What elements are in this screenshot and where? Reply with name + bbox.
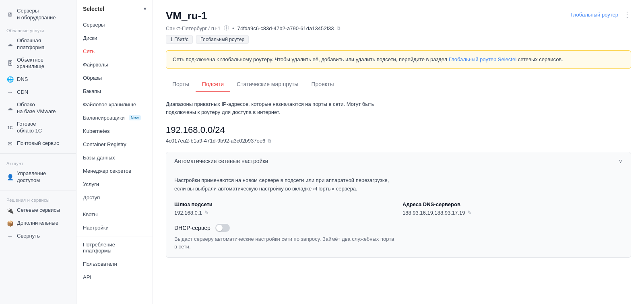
section-account-label: Аккаунт	[0, 157, 76, 168]
warning-text-after: сетевых сервисов.	[518, 56, 563, 62]
auto-settings-title: Автоматические сетевые настройки	[174, 158, 268, 164]
user-icon: 👤	[6, 174, 14, 181]
sidebar-mid-item-users[interactable]: Пользователи	[76, 257, 153, 271]
sidebar-item-label: Управлениедоступом	[17, 170, 46, 184]
sidebar-left-item-cloud[interactable]: ☁ Облачнаяплатформа	[0, 35, 76, 54]
auto-settings-header[interactable]: Автоматические сетевые настройки ∨	[166, 152, 631, 170]
sidebar-mid-item-label: Потреблениеплатформы	[83, 242, 115, 254]
sidebar-mid-item-secrets[interactable]: Менеджер секретов	[76, 164, 153, 178]
sidebar-mid-item-label: Пользователи	[83, 261, 117, 267]
sidebar-mid-item-label: Диски	[83, 35, 97, 41]
sidebar-mid-item-container-registry[interactable]: Container Registry	[76, 138, 153, 151]
sidebar-item-label: DNS	[17, 76, 28, 83]
sidebar-mid-item-servers[interactable]: Серверы	[76, 18, 153, 31]
sidebar-mid-item-backups[interactable]: Бэкапы	[76, 85, 153, 98]
sidebar-mid-item-label: Квоты	[83, 211, 98, 217]
sidebar-mid: Selectel ▾ Серверы Диски Сеть Файрволы О…	[76, 0, 153, 304]
more-menu-button[interactable]: ⋮	[623, 10, 631, 19]
sidebar-left-item-1c[interactable]: 1С Готовоеоблако 1С	[0, 118, 76, 137]
settings-grid: Шлюз подсети 192.168.0.1 ✎ Адреса DNS-се…	[174, 201, 623, 216]
main-content: VM_ru-1 Глобальный роутер ⋮ Санкт-Петерб…	[153, 0, 644, 304]
gateway-value: 192.168.0.1	[174, 210, 202, 216]
tab-subnets[interactable]: Подсети	[196, 77, 230, 92]
sidebar-mid-item-label: Менеджер секретов	[83, 168, 131, 174]
sidebar-left-item-servers[interactable]: 🖥 Серверыи оборудование	[0, 5, 76, 24]
edit-dns-icon[interactable]: ✎	[467, 210, 471, 215]
tab-ports[interactable]: Порты	[166, 77, 196, 92]
meta-row: Санкт-Петербург / ru-1 ⓘ • 74fda9c6-c83d…	[166, 25, 631, 32]
sidebar-item-label: CDN	[17, 89, 28, 96]
subnet-ip: 192.168.0.0/24	[166, 125, 631, 135]
sidebar-left: 🖥 Серверыи оборудование Облачные услуги …	[0, 0, 76, 304]
sidebar-mid-header[interactable]: Selectel ▾	[76, 0, 153, 18]
vm-uuid: 74fda9c6-c83d-47b2-a790-61da13452f33	[237, 25, 334, 31]
sidebar-left-item-dns[interactable]: 🌐 DNS	[0, 73, 76, 86]
sidebar-mid-item-images[interactable]: Образы	[76, 71, 153, 85]
tag-global-router: Глобальный роутер	[196, 35, 249, 44]
sidebar-mid-item-api[interactable]: API	[76, 271, 153, 284]
sidebar-mid-item-services[interactable]: Услуги	[76, 178, 153, 191]
sidebar-mid-item-disks[interactable]: Диски	[76, 31, 153, 45]
sidebar-left-item-object-storage[interactable]: 🗄 Объектноехранилище	[0, 54, 76, 73]
copy-uuid-icon[interactable]: ⧉	[337, 25, 341, 31]
global-router-link[interactable]: Глобальный роутер	[571, 12, 619, 18]
sidebar-mid-item-access[interactable]: Доступ	[76, 191, 153, 204]
sidebar-left-item-access[interactable]: 👤 Управлениедоступом	[0, 168, 76, 187]
sidebar-mid-item-consumption[interactable]: Потреблениеплатформы	[76, 238, 153, 257]
sidebar-mid-item-label: Образы	[83, 75, 102, 81]
section-solutions-label: Решения и сервисы	[0, 194, 76, 204]
sidebar-item-label: Готовоеоблако 1С	[17, 121, 42, 134]
sidebar-mid-item-databases[interactable]: Базы данных	[76, 151, 153, 164]
cloud-icon: ☁	[6, 41, 14, 48]
storage-icon: 🗄	[6, 60, 14, 67]
sidebar-left-item-cdn[interactable]: ↔ CDN	[0, 86, 76, 99]
subnet-block: 192.168.0.0/24 4c017ea2-b1a9-471d-9b92-a…	[166, 125, 631, 144]
subnet-description: Диапазоны приватных IP-адресов, которые …	[166, 100, 631, 117]
sidebar-item-label: Свернуть	[17, 233, 40, 240]
sidebar-mid-item-label: Базы данных	[83, 155, 115, 161]
dhcp-row: DHCP-сервер	[174, 224, 623, 232]
gateway-value-row: 192.168.0.1 ✎	[174, 210, 394, 216]
sidebar-left-item-additional[interactable]: 📦 Дополнительные	[0, 217, 76, 230]
sidebar-mid-item-firewalls[interactable]: Файрволы	[76, 58, 153, 71]
dhcp-toggle[interactable]	[215, 224, 230, 232]
header-actions: Глобальный роутер ⋮	[571, 10, 632, 19]
network-icon: 🔌	[6, 207, 14, 214]
sidebar-mid-item-settings[interactable]: Настройки	[76, 221, 153, 234]
sidebar-item-label: Дополнительные	[17, 220, 58, 227]
tab-projects[interactable]: Проекты	[305, 77, 340, 92]
sidebar-item-label: Серверыи оборудование	[17, 8, 56, 21]
dhcp-label: DHCP-сервер	[174, 225, 211, 231]
sidebar-item-label: Облакона базе VMware	[17, 101, 56, 115]
warning-text: Сеть подключена к глобальному роутеру. Ч…	[173, 56, 447, 62]
auto-settings-body: Настройки применяются на новом сервере в…	[166, 170, 631, 257]
sidebar-mid-item-file-storage[interactable]: Файловое хранилище	[76, 98, 153, 111]
sidebar-mid-item-balancers[interactable]: Балансировщики New	[76, 111, 153, 124]
sidebar-left-item-collapse[interactable]: ← Свернуть	[0, 230, 76, 243]
sidebar-mid-item-label: Настройки	[83, 225, 109, 231]
sidebar-left-item-mail[interactable]: ✉ Почтовый сервис	[0, 137, 76, 150]
sidebar-mid-item-network[interactable]: Сеть	[76, 45, 153, 58]
sidebar-mid-item-label: Серверы	[83, 22, 105, 28]
sidebar-left-item-network-services[interactable]: 🔌 Сетевые сервисы	[0, 204, 76, 217]
chevron-down-icon: ▾	[144, 6, 146, 12]
main-header: VM_ru-1 Глобальный роутер ⋮	[166, 10, 631, 22]
sidebar-left-item-vmware[interactable]: ☁ Облакона базе VMware	[0, 99, 76, 118]
sidebar-mid-item-label: Балансировщики	[83, 115, 125, 121]
auto-settings-section: Автоматические сетевые настройки ∨ Настр…	[166, 152, 631, 258]
sidebar-mid-item-label: Услуги	[83, 181, 99, 187]
location: Санкт-Петербург / ru-1	[166, 25, 221, 31]
tabs-bar: Порты Подсети Статические маршруты Проек…	[166, 77, 631, 92]
sidebar-mid-item-kubernetes[interactable]: Kubernetes	[76, 124, 153, 138]
sidebar-mid-item-label: Файловое хранилище	[83, 101, 136, 108]
tab-routes[interactable]: Статические маршруты	[230, 77, 305, 92]
info-icon[interactable]: ⓘ	[224, 25, 229, 32]
edit-gateway-icon[interactable]: ✎	[204, 210, 208, 215]
warning-link[interactable]: Глобальный роутер Selectel	[449, 56, 516, 62]
copy-subnet-uuid-icon[interactable]: ⧉	[268, 138, 271, 144]
collapse-auto-settings-icon: ∨	[619, 158, 623, 164]
sidebar-item-label: Почтовый сервис	[17, 140, 59, 147]
sidebar-mid-item-quotas[interactable]: Квоты	[76, 208, 153, 221]
dns-col: Адреса DNS-серверов 188.93.16.19,188.93.…	[402, 201, 623, 216]
sidebar-mid-item-label: Бэкапы	[83, 88, 101, 94]
